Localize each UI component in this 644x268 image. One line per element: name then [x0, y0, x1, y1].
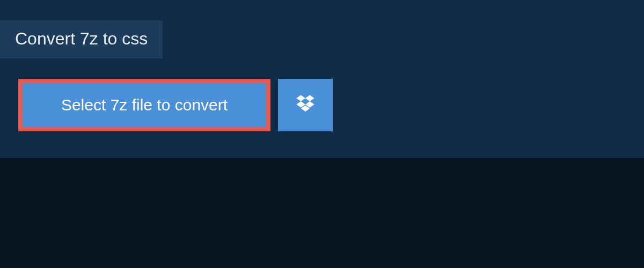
dropbox-button[interactable] — [278, 79, 333, 131]
select-file-button[interactable]: Select 7z file to convert — [18, 79, 270, 131]
dropbox-icon — [295, 93, 316, 117]
tab-title-text: Convert 7z to css — [15, 29, 148, 48]
select-file-label: Select 7z file to convert — [61, 96, 228, 114]
tab-title: Convert 7z to css — [0, 20, 163, 58]
action-row: Select 7z file to convert — [0, 79, 644, 131]
converter-panel: Convert 7z to css Select 7z file to conv… — [0, 0, 644, 158]
